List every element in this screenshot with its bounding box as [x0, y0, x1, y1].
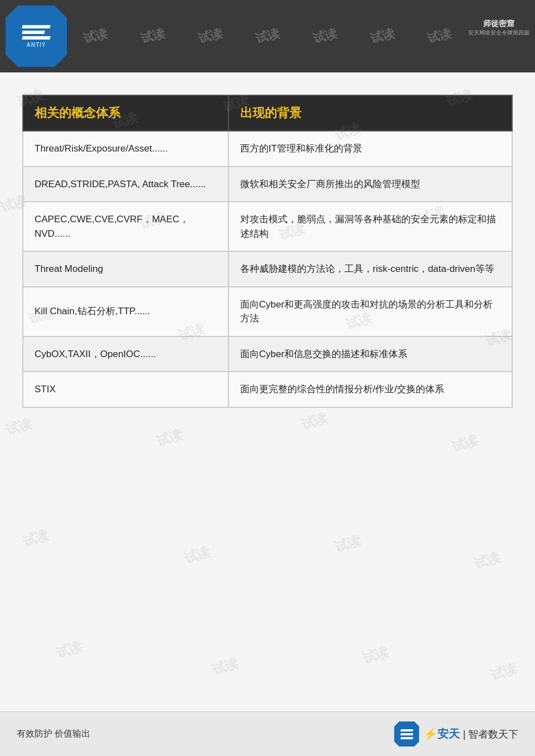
footer-logo-lines [401, 729, 413, 739]
logo-graphic [22, 25, 50, 40]
table-row: DREAD,STRIDE,PASTA, Attack Tree......微软和… [23, 167, 512, 202]
table-cell-left: Threat Modeling [23, 251, 228, 287]
footer-brand-cn2: | [463, 729, 466, 740]
table-row: STIX面向更完整的综合性的情报分析/作业/交换的体系 [23, 372, 512, 407]
footer-logo-icon [394, 721, 419, 747]
table-row: CybOX,TAXII，OpenIOC......面向Cyber和信息交换的描述… [23, 336, 512, 372]
table-row: Threat Modeling各种威胁建模的方法论，工具，risk-centri… [23, 251, 512, 287]
table-cell-right: 面向更完整的综合性的情报分析/作业/交换的体系 [228, 372, 512, 407]
header: ANTIY 试读 试读 试读 试读 试读 试读 试读 师徒密窟 安天网络安全令牌… [0, 0, 535, 72]
footer-logo-container: ⚡安天 | 智者数天下 [394, 721, 518, 747]
table-cell-right: 各种威胁建模的方法论，工具，risk-centric，data-driven等等 [228, 251, 512, 287]
table-cell-right: 面向Cyber和更高强度的攻击和对抗的场景的分析工具和分析方法 [228, 287, 512, 336]
footer-logo-line-3 [400, 737, 413, 739]
header-logo: ANTIY [6, 6, 67, 67]
table-row: Kill Chain,钻石分析,TTP......面向Cyber和更高强度的攻击… [23, 287, 512, 336]
col2-header: 出现的背景 [228, 95, 512, 131]
footer: 有效防护 价值输出 ⚡安天 | 智者数天下 [0, 711, 535, 756]
concept-table: 相关的概念体系 出现的背景 Threat/Risk/Exposure/Asset… [22, 95, 513, 408]
table-cell-right: 面向Cyber和信息交换的描述和标准体系 [228, 336, 512, 372]
table-cell-left: Threat/Risk/Exposure/Asset...... [23, 131, 228, 167]
table-cell-left: CAPEC,CWE,CVE,CVRF，MAEC，NVD...... [23, 202, 228, 251]
table-cell-right: 微软和相关安全厂商所推出的风险管理模型 [228, 167, 512, 202]
logo-line-1 [22, 25, 51, 28]
table-cell-left: STIX [23, 372, 228, 407]
main-content: 相关的概念体系 出现的背景 Threat/Risk/Exposure/Asset… [0, 72, 535, 711]
table-cell-right: 对攻击模式，脆弱点，漏洞等各种基础的安全元素的标定和描述结构 [228, 202, 512, 251]
footer-brand-cn: ⚡安天 [424, 728, 463, 740]
table-cell-left: DREAD,STRIDE,PASTA, Attack Tree...... [23, 167, 228, 202]
footer-logo-line-1 [400, 729, 413, 731]
table-row: Threat/Risk/Exposure/Asset......西方的IT管理和… [23, 131, 512, 167]
footer-brand-slogan: 智者数天下 [468, 729, 518, 740]
right-brand-sub: 安天网络安全令牌第四届 [468, 29, 529, 37]
wm-h5: 试读 [311, 25, 339, 47]
wm-h4: 试读 [254, 25, 281, 47]
header-right-brand: 师徒密窟 安天网络安全令牌第四届 [468, 6, 529, 50]
logo-line-3 [22, 36, 51, 40]
logo-text: ANTIY [27, 42, 46, 48]
table-cell-right: 西方的IT管理和标准化的背景 [228, 131, 512, 167]
header-watermarks: 试读 试读 试读 试读 试读 试读 试读 [67, 0, 468, 72]
wm-h2: 试读 [139, 25, 167, 47]
footer-slogan: 有效防护 价值输出 [17, 728, 90, 740]
logo-line-2 [22, 31, 45, 34]
wm-h7: 试读 [425, 25, 453, 47]
right-brand-name: 师徒密窟 [483, 19, 514, 29]
table-cell-left: Kill Chain,钻石分析,TTP...... [23, 287, 228, 336]
wm-h3: 试读 [196, 25, 224, 47]
footer-brand-text: ⚡安天 | 智者数天下 [424, 726, 518, 742]
wm-h6: 试读 [368, 25, 396, 47]
footer-brand-name: 安天 [437, 728, 460, 740]
table-cell-left: CybOX,TAXII，OpenIOC...... [23, 336, 228, 372]
footer-logo-line-2 [400, 733, 413, 735]
wm-h1: 试读 [81, 25, 109, 47]
col1-header: 相关的概念体系 [23, 95, 228, 131]
table-row: CAPEC,CWE,CVE,CVRF，MAEC，NVD......对攻击模式，脆… [23, 202, 512, 251]
